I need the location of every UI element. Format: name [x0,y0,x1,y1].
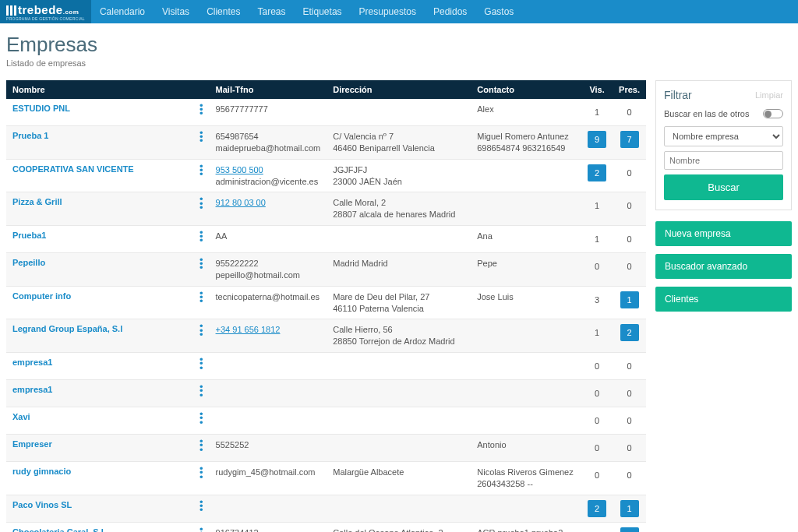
vis-count: 1 [588,197,606,214]
pres-count: 0 [620,197,639,214]
pres-count[interactable]: 2 [620,324,639,341]
col-nombre[interactable]: Nombre [6,80,193,99]
row-menu-icon[interactable]: ••• [193,99,210,126]
page-title: Empresas [6,33,792,57]
pres-count[interactable]: 7 [620,131,639,148]
vis-count[interactable]: 2 [588,164,606,181]
pres-count: 0 [620,439,639,456]
vis-count: 1 [588,231,606,248]
top-navbar: trebede.com PROGRAMA DE GESTIÓN COMERCIA… [0,0,798,23]
company-link[interactable]: Prueba1 [12,231,46,240]
nav-pedidos[interactable]: Pedidos [425,6,475,17]
row-menu-icon[interactable]: ••• [193,462,210,495]
row-menu-icon[interactable]: ••• [193,522,210,532]
brand-suffix: .com [63,9,79,16]
pres-count: 0 [620,164,639,181]
company-link[interactable]: empresa1 [12,385,52,394]
phone-link[interactable]: 953 500 500 [216,165,263,174]
table-body: ESTUDIO PNL•••95677777777Alex10Prueba 1•… [6,99,646,532]
search-button[interactable]: Buscar [664,174,783,200]
company-link[interactable]: empresa1 [12,358,52,367]
company-link[interactable]: COOPERATIVA SAN VICENTE [12,164,134,174]
company-link[interactable]: Paco Vinos SL [12,500,72,509]
col-vis[interactable]: Vis. [581,80,613,99]
vis-count: 2 [588,527,606,532]
company-link[interactable]: Prueba 1 [12,131,48,140]
advanced-search-button[interactable]: Buscador avanzado [655,254,792,279]
table-row: rudy gimnacio•••rudygim_45@hotmail.comMa… [6,462,646,495]
phone-link[interactable]: +34 91 656 1812 [216,325,281,334]
page-subtitle: Listado de empresas [6,58,792,68]
clear-filter-link[interactable]: Limpiar [755,90,783,100]
filter-field-select[interactable]: Nombre empresa [664,126,783,146]
vis-count: 0 [588,358,606,375]
table-row: Computer info•••tecnicopaterna@hotmail.e… [6,286,646,319]
table-row: Pepeillo•••955222222pepeillo@hotmail.com… [6,253,646,287]
pres-count: 0 [620,385,639,402]
row-menu-icon[interactable]: ••• [193,495,210,522]
toggle-label: Buscar en las de otros [664,109,749,118]
vis-count: 0 [588,385,606,402]
pres-count[interactable]: 1 [620,291,639,308]
table-row: empresa1•••00 [6,380,646,407]
table-row: Paco Vinos SL•••21 [6,495,646,522]
row-menu-icon[interactable]: ••• [193,253,210,287]
pres-count: 0 [620,231,639,248]
table-row: Prueba1•••AAAna10 [6,226,646,253]
pres-count: 0 [620,467,639,484]
pres-count[interactable]: 2 [620,527,639,532]
company-link[interactable]: Computer info [12,291,71,301]
company-link[interactable]: Xavi [12,412,30,421]
filter-name-input[interactable] [664,151,783,170]
row-menu-icon[interactable]: ••• [193,126,210,160]
new-company-button[interactable]: Nueva empresa [655,221,792,246]
row-menu-icon[interactable]: ••• [193,353,210,380]
pres-count: 0 [620,358,639,375]
col-contacto[interactable]: Contacto [471,80,581,99]
col-mail[interactable]: Mail-Tfno [210,80,327,99]
pres-count: 0 [620,104,639,121]
row-menu-icon[interactable]: ••• [193,319,210,353]
vis-count[interactable]: 2 [588,500,606,517]
search-others-toggle[interactable] [763,109,783,118]
company-link[interactable]: ESTUDIO PNL [12,104,70,113]
vis-count: 0 [588,467,606,484]
nav-gastos[interactable]: Gastos [475,6,522,17]
company-link[interactable]: Pepeillo [12,258,45,267]
vis-count: 0 [588,412,606,429]
nav-presupuestos[interactable]: Presupuestos [351,6,425,17]
pres-count[interactable]: 1 [620,500,639,517]
row-menu-icon[interactable]: ••• [193,159,210,192]
table-row: Chocolateria Caral, S.L•••916734412Calle… [6,522,646,532]
col-pres[interactable]: Pres. [613,80,646,99]
pres-count: 0 [620,258,639,275]
company-link[interactable]: rudy gimnacio [12,467,71,476]
table-row: Empreser•••5525252Antonio00 [6,435,646,462]
clients-button[interactable]: Clientes [655,287,792,312]
company-link[interactable]: Legrand Group España, S.l [12,324,122,333]
company-link[interactable]: Pizza & Grill [12,197,62,206]
nav-tareas[interactable]: Tareas [249,6,294,17]
row-menu-icon[interactable]: ••• [193,226,210,253]
nav-items: CalendarioVisitasClientesTareasEtiquetas… [91,0,522,23]
row-menu-icon[interactable]: ••• [193,407,210,435]
phone-link[interactable]: 912 80 03 00 [216,198,266,207]
table-row: Prueba 1•••654987654maideprueba@hotmail.… [6,126,646,160]
row-menu-icon[interactable]: ••• [193,380,210,407]
brand-logo[interactable]: trebede.com PROGRAMA DE GESTIÓN COMERCIA… [0,0,91,23]
table-row: Xavi•••00 [6,407,646,435]
row-menu-icon[interactable]: ••• [193,435,210,462]
row-menu-icon[interactable]: ••• [193,192,210,226]
nav-etiquetas[interactable]: Etiquetas [295,6,351,17]
col-direccion[interactable]: Dirección [327,80,471,99]
sidebar: Filtrar Limpiar Buscar en las de otros N… [655,80,792,319]
nav-visitas[interactable]: Visitas [154,6,198,17]
vis-count[interactable]: 9 [588,131,606,148]
company-link[interactable]: Chocolateria Caral, S.L [12,527,106,532]
row-menu-icon[interactable]: ••• [193,286,210,319]
company-link[interactable]: Empreser [12,439,52,449]
vis-count: 1 [588,104,606,121]
nav-clientes[interactable]: Clientes [198,6,249,17]
vis-count: 1 [588,324,606,341]
nav-calendario[interactable]: Calendario [91,6,154,17]
